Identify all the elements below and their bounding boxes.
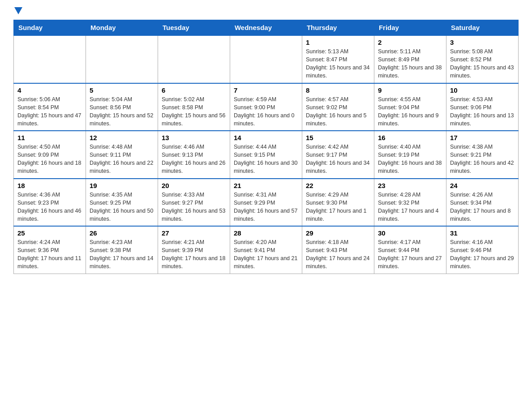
calendar-cell: 1Sunrise: 5:13 AM Sunset: 8:47 PM Daylig… <box>302 35 374 83</box>
calendar-week-row: 4Sunrise: 5:06 AM Sunset: 8:54 PM Daylig… <box>14 83 519 131</box>
day-info: Sunrise: 4:53 AM Sunset: 9:06 PM Dayligh… <box>450 95 515 128</box>
weekday-header-thursday: Thursday <box>302 20 374 36</box>
weekday-header-wednesday: Wednesday <box>230 20 302 36</box>
day-info: Sunrise: 4:23 AM Sunset: 9:38 PM Dayligh… <box>90 238 154 271</box>
calendar-cell: 14Sunrise: 4:44 AM Sunset: 9:15 PM Dayli… <box>230 131 302 179</box>
day-number: 21 <box>234 182 298 189</box>
calendar-table: SundayMondayTuesdayWednesdayThursdayFrid… <box>13 20 519 274</box>
day-number: 13 <box>162 134 226 141</box>
weekday-header-friday: Friday <box>374 20 446 36</box>
day-info: Sunrise: 4:31 AM Sunset: 9:29 PM Dayligh… <box>234 191 298 223</box>
day-number: 11 <box>17 134 82 141</box>
day-info: Sunrise: 4:35 AM Sunset: 9:25 PM Dayligh… <box>90 191 154 223</box>
day-number: 10 <box>450 86 515 94</box>
day-info: Sunrise: 4:50 AM Sunset: 9:09 PM Dayligh… <box>17 143 82 176</box>
day-number: 18 <box>17 182 82 189</box>
day-info: Sunrise: 5:11 AM Sunset: 8:49 PM Dayligh… <box>378 47 442 80</box>
day-number: 9 <box>378 86 442 94</box>
day-info: Sunrise: 4:33 AM Sunset: 9:27 PM Dayligh… <box>162 191 226 223</box>
calendar-week-row: 1Sunrise: 5:13 AM Sunset: 8:47 PM Daylig… <box>14 35 519 83</box>
day-number: 23 <box>378 182 442 189</box>
day-number: 14 <box>234 134 298 141</box>
day-number: 1 <box>306 39 370 46</box>
calendar-cell <box>158 35 230 83</box>
day-number: 8 <box>306 86 370 94</box>
calendar-cell: 4Sunrise: 5:06 AM Sunset: 8:54 PM Daylig… <box>14 83 86 131</box>
calendar-cell <box>230 35 302 83</box>
day-info: Sunrise: 4:59 AM Sunset: 9:00 PM Dayligh… <box>234 95 298 128</box>
day-number: 5 <box>90 86 154 94</box>
day-info: Sunrise: 4:38 AM Sunset: 9:21 PM Dayligh… <box>450 143 515 176</box>
calendar-week-row: 25Sunrise: 4:24 AM Sunset: 9:36 PM Dayli… <box>14 226 519 274</box>
weekday-header-row: SundayMondayTuesdayWednesdayThursdayFrid… <box>14 20 519 36</box>
calendar-cell: 16Sunrise: 4:40 AM Sunset: 9:19 PM Dayli… <box>374 131 446 179</box>
calendar-cell: 22Sunrise: 4:29 AM Sunset: 9:30 PM Dayli… <box>302 179 374 227</box>
calendar-cell: 13Sunrise: 4:46 AM Sunset: 9:13 PM Dayli… <box>158 131 230 179</box>
calendar-cell: 17Sunrise: 4:38 AM Sunset: 9:21 PM Dayli… <box>446 131 518 179</box>
day-number: 2 <box>378 39 442 46</box>
day-info: Sunrise: 4:46 AM Sunset: 9:13 PM Dayligh… <box>162 143 226 176</box>
day-number: 7 <box>234 86 298 94</box>
day-number: 12 <box>90 134 154 141</box>
weekday-header-tuesday: Tuesday <box>158 20 230 36</box>
day-info: Sunrise: 4:42 AM Sunset: 9:17 PM Dayligh… <box>306 143 370 176</box>
day-info: Sunrise: 4:57 AM Sunset: 9:02 PM Dayligh… <box>306 95 370 128</box>
day-info: Sunrise: 4:17 AM Sunset: 9:44 PM Dayligh… <box>378 238 442 271</box>
calendar-cell: 30Sunrise: 4:17 AM Sunset: 9:44 PM Dayli… <box>374 226 446 274</box>
day-number: 24 <box>450 182 515 189</box>
day-info: Sunrise: 4:16 AM Sunset: 9:46 PM Dayligh… <box>450 238 515 271</box>
calendar-cell: 20Sunrise: 4:33 AM Sunset: 9:27 PM Dayli… <box>158 179 230 227</box>
day-number: 16 <box>378 134 442 141</box>
calendar-cell <box>14 35 86 83</box>
calendar-cell: 31Sunrise: 4:16 AM Sunset: 9:46 PM Dayli… <box>446 226 518 274</box>
calendar-cell: 21Sunrise: 4:31 AM Sunset: 9:29 PM Dayli… <box>230 179 302 227</box>
calendar-cell: 24Sunrise: 4:26 AM Sunset: 9:34 PM Dayli… <box>446 179 518 227</box>
calendar-cell: 5Sunrise: 5:04 AM Sunset: 8:56 PM Daylig… <box>86 83 158 131</box>
day-info: Sunrise: 5:06 AM Sunset: 8:54 PM Dayligh… <box>17 95 82 128</box>
calendar-cell: 8Sunrise: 4:57 AM Sunset: 9:02 PM Daylig… <box>302 83 374 131</box>
calendar-cell: 2Sunrise: 5:11 AM Sunset: 8:49 PM Daylig… <box>374 35 446 83</box>
day-info: Sunrise: 4:18 AM Sunset: 9:43 PM Dayligh… <box>306 238 370 271</box>
calendar-cell: 10Sunrise: 4:53 AM Sunset: 9:06 PM Dayli… <box>446 83 518 131</box>
day-info: Sunrise: 4:21 AM Sunset: 9:39 PM Dayligh… <box>162 238 226 271</box>
weekday-header-sunday: Sunday <box>14 20 86 36</box>
day-number: 20 <box>162 182 226 189</box>
day-number: 31 <box>450 229 515 237</box>
calendar-cell: 6Sunrise: 5:02 AM Sunset: 8:58 PM Daylig… <box>158 83 230 131</box>
day-info: Sunrise: 4:40 AM Sunset: 9:19 PM Dayligh… <box>378 143 442 176</box>
day-number: 15 <box>306 134 370 141</box>
day-number: 27 <box>162 229 226 237</box>
calendar-cell <box>86 35 158 83</box>
calendar-cell: 11Sunrise: 4:50 AM Sunset: 9:09 PM Dayli… <box>14 131 86 179</box>
day-info: Sunrise: 5:08 AM Sunset: 8:52 PM Dayligh… <box>450 47 515 80</box>
calendar-cell: 26Sunrise: 4:23 AM Sunset: 9:38 PM Dayli… <box>86 226 158 274</box>
day-number: 3 <box>450 39 515 46</box>
day-info: Sunrise: 4:48 AM Sunset: 9:11 PM Dayligh… <box>90 143 154 176</box>
day-info: Sunrise: 5:02 AM Sunset: 8:58 PM Dayligh… <box>162 95 226 128</box>
day-number: 6 <box>162 86 226 94</box>
calendar-cell: 9Sunrise: 4:55 AM Sunset: 9:04 PM Daylig… <box>374 83 446 131</box>
day-info: Sunrise: 4:44 AM Sunset: 9:15 PM Dayligh… <box>234 143 298 176</box>
calendar-cell: 19Sunrise: 4:35 AM Sunset: 9:25 PM Dayli… <box>86 179 158 227</box>
day-number: 30 <box>378 229 442 237</box>
weekday-header-monday: Monday <box>86 20 158 36</box>
calendar-cell: 27Sunrise: 4:21 AM Sunset: 9:39 PM Dayli… <box>158 226 230 274</box>
page-header <box>13 9 519 13</box>
day-number: 28 <box>234 229 298 237</box>
logo-triangle-icon <box>14 7 22 14</box>
day-info: Sunrise: 4:36 AM Sunset: 9:23 PM Dayligh… <box>17 191 82 223</box>
calendar-cell: 3Sunrise: 5:08 AM Sunset: 8:52 PM Daylig… <box>446 35 518 83</box>
calendar-week-row: 18Sunrise: 4:36 AM Sunset: 9:23 PM Dayli… <box>14 179 519 227</box>
weekday-header-saturday: Saturday <box>446 20 518 36</box>
day-info: Sunrise: 4:55 AM Sunset: 9:04 PM Dayligh… <box>378 95 442 128</box>
day-number: 17 <box>450 134 515 141</box>
calendar-cell: 12Sunrise: 4:48 AM Sunset: 9:11 PM Dayli… <box>86 131 158 179</box>
day-info: Sunrise: 5:13 AM Sunset: 8:47 PM Dayligh… <box>306 47 370 80</box>
day-number: 22 <box>306 182 370 189</box>
calendar-cell: 15Sunrise: 4:42 AM Sunset: 9:17 PM Dayli… <box>302 131 374 179</box>
logo <box>13 9 22 13</box>
calendar-week-row: 11Sunrise: 4:50 AM Sunset: 9:09 PM Dayli… <box>14 131 519 179</box>
day-info: Sunrise: 5:04 AM Sunset: 8:56 PM Dayligh… <box>90 95 154 128</box>
calendar-cell: 28Sunrise: 4:20 AM Sunset: 9:41 PM Dayli… <box>230 226 302 274</box>
day-info: Sunrise: 4:29 AM Sunset: 9:30 PM Dayligh… <box>306 191 370 223</box>
